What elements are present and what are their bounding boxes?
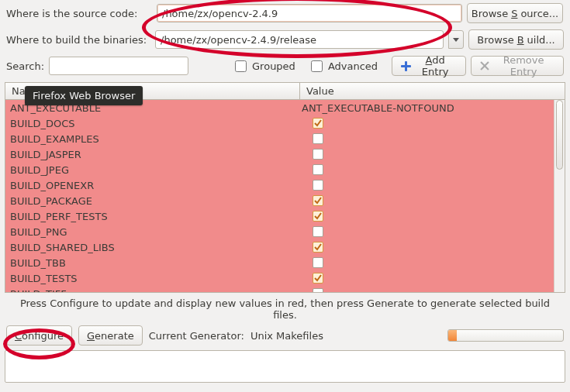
variable-name: BUILD_OPENEXR — [5, 180, 297, 191]
variable-checkbox[interactable] — [313, 164, 323, 175]
progress-bar — [447, 329, 564, 342]
variable-name: BUILD_PACKAGE — [5, 195, 297, 207]
table-row[interactable]: BUILD_TBB — [5, 255, 554, 270]
column-header-value[interactable]: Value — [300, 83, 565, 99]
chevron-down-icon — [453, 38, 459, 42]
variable-value[interactable] — [297, 288, 554, 292]
generate-button[interactable]: Generate — [78, 325, 143, 346]
browse-build-text-post: uild... — [527, 34, 555, 46]
search-input[interactable] — [49, 57, 188, 75]
variable-value[interactable] — [297, 149, 554, 160]
variable-checkbox[interactable] — [313, 118, 323, 129]
variable-value[interactable] — [297, 133, 554, 144]
browse-source-text-post: ource... — [520, 8, 558, 19]
table-row[interactable]: BUILD_JASPER — [5, 146, 554, 162]
variable-name: BUILD_TESTS — [5, 273, 297, 284]
help-text: Press Configure to update and display ne… — [0, 293, 570, 324]
source-label: Where is the source code: — [6, 8, 152, 19]
variable-value[interactable] — [297, 195, 554, 206]
variable-name: BUILD_SHARED_LIBS — [5, 242, 297, 253]
variable-checkbox[interactable] — [313, 273, 323, 284]
variable-name: BUILD_EXAMPLES — [5, 133, 297, 145]
variable-checkbox[interactable] — [313, 180, 323, 191]
build-path-dropdown-button[interactable] — [448, 30, 464, 49]
cache-variables-table: Name Value ANT_EXECUTABLEANT_EXECUTABLE-… — [5, 82, 565, 293]
variable-value[interactable] — [297, 257, 554, 268]
variable-checkbox[interactable] — [313, 133, 323, 144]
table-row[interactable]: BUILD_DOCS — [5, 115, 554, 131]
tooltip: Firefox Web Browser — [25, 86, 143, 105]
variable-name: BUILD_TBB — [5, 257, 297, 269]
variable-value[interactable] — [297, 180, 554, 191]
generate-mnemonic: G — [87, 330, 95, 342]
variable-value[interactable] — [297, 226, 554, 237]
variable-name: BUILD_PNG — [5, 226, 297, 238]
variable-name: BUILD_JASPER — [5, 149, 297, 160]
scrollbar-thumb[interactable] — [556, 100, 563, 170]
configure-mnemonic: C — [15, 330, 22, 342]
table-row[interactable]: BUILD_PERF_TESTS — [5, 208, 554, 224]
grouped-option[interactable]: Grouped — [232, 58, 295, 74]
x-icon — [479, 60, 489, 71]
variable-value[interactable] — [297, 164, 554, 175]
current-generator-value: Unix Makefiles — [250, 330, 323, 342]
table-row[interactable]: BUILD_TESTS — [5, 270, 554, 286]
browse-source-mnemonic: S — [511, 8, 517, 19]
remove-entry-text: Remove Entry — [492, 54, 555, 77]
generate-text-post: enerate — [95, 330, 134, 342]
table-body: ANT_EXECUTABLEANT_EXECUTABLE-NOTFOUNDBUI… — [5, 100, 554, 292]
variable-checkbox[interactable] — [313, 242, 323, 253]
variable-checkbox[interactable] — [313, 149, 323, 160]
variable-checkbox[interactable] — [313, 226, 323, 237]
table-row[interactable]: BUILD_OPENEXR — [5, 177, 554, 193]
add-entry-button[interactable]: Add Entry — [392, 56, 466, 76]
variable-checkbox[interactable] — [313, 211, 323, 222]
browse-source-button[interactable]: Browse Source... — [467, 3, 563, 23]
table-row[interactable]: BUILD_EXAMPLES — [5, 131, 554, 146]
browse-source-text-pre: Browse — [472, 8, 508, 19]
advanced-option[interactable]: Advanced — [308, 58, 378, 74]
remove-entry-button[interactable]: Remove Entry — [471, 56, 564, 76]
table-row[interactable]: BUILD_JPEG — [5, 162, 554, 177]
plus-icon — [400, 60, 410, 71]
variable-checkbox[interactable] — [313, 257, 323, 268]
table-row[interactable]: BUILD_PACKAGE — [5, 193, 554, 208]
variable-value[interactable] — [297, 211, 554, 222]
variable-value[interactable]: ANT_EXECUTABLE-NOTFOUND — [297, 102, 554, 114]
browse-build-text-pre: Browse — [477, 34, 513, 46]
progress-fill — [448, 330, 457, 341]
scrollbar-track[interactable] — [554, 100, 565, 292]
variable-value[interactable] — [297, 273, 554, 284]
current-generator-label: Current Generator: — [149, 330, 244, 342]
output-log[interactable] — [5, 350, 565, 383]
source-path-input[interactable] — [157, 4, 462, 22]
build-path-input[interactable] — [155, 30, 444, 49]
variable-value[interactable] — [297, 118, 554, 129]
build-label: Where to build the binaries: — [6, 34, 150, 46]
variable-name: BUILD_PERF_TESTS — [5, 211, 297, 222]
variable-name: BUILD_DOCS — [5, 118, 297, 129]
table-row[interactable]: BUILD_TIFF — [5, 286, 554, 292]
table-row[interactable]: BUILD_SHARED_LIBS — [5, 239, 554, 255]
advanced-label: Advanced — [328, 60, 378, 72]
advanced-checkbox[interactable] — [311, 60, 323, 72]
grouped-checkbox[interactable] — [235, 60, 247, 72]
configure-button[interactable]: Configure — [6, 325, 72, 346]
variable-name: BUILD_TIFF — [5, 288, 297, 293]
variable-name: BUILD_JPEG — [5, 164, 297, 176]
table-row[interactable]: BUILD_PNG — [5, 224, 554, 239]
variable-checkbox[interactable] — [313, 288, 323, 292]
variable-checkbox[interactable] — [313, 195, 323, 206]
search-label: Search: — [6, 60, 44, 72]
grouped-label: Grouped — [252, 60, 295, 72]
configure-text-post: onfigure — [22, 330, 64, 342]
browse-build-button[interactable]: Browse Build... — [468, 29, 564, 50]
add-entry-mnemonic: A — [426, 54, 433, 66]
browse-build-mnemonic: B — [517, 34, 524, 46]
variable-value[interactable] — [297, 242, 554, 253]
